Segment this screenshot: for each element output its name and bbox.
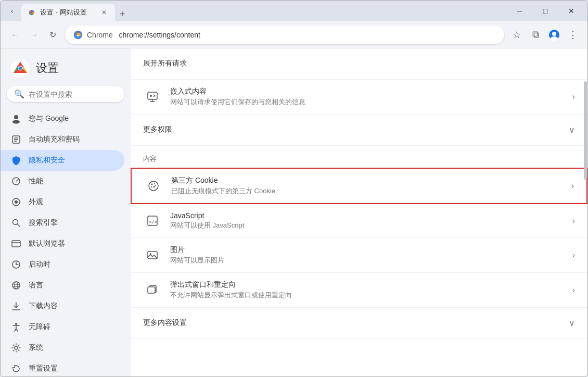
titlebar: ‹ 设置 - 网站设置 ✕ + ─ <box>1 1 587 21</box>
embedded-icon <box>143 87 162 106</box>
search-input[interactable] <box>29 90 117 98</box>
sidebar-item-appearance-label: 外观 <box>29 197 43 207</box>
performance-icon <box>11 176 21 186</box>
menu-button[interactable]: ⋮ <box>565 27 581 43</box>
bookmark-button[interactable]: ☆ <box>508 27 525 43</box>
cookie-item[interactable]: 第三方 Cookie 已阻止无痕模式下的第三方 Cookie › <box>131 168 587 204</box>
svg-point-32 <box>15 346 18 349</box>
sidebar: 设置 🔍 您与 Google <box>1 48 131 376</box>
sidebar-item-startup-label: 启动时 <box>29 260 50 269</box>
browser-icon <box>11 238 21 249</box>
sidebar-item-system[interactable]: 系统 <box>1 337 124 358</box>
scrollbar-track[interactable] <box>583 48 587 376</box>
scrollbar-thumb[interactable] <box>584 81 587 180</box>
sidebar-item-accessibility[interactable]: 无障碍 <box>1 317 124 337</box>
sidebar-nav: 您与 Google 自动填充和密码 隐私和安全 <box>1 108 131 376</box>
address-url: chrome://settings/content <box>119 31 200 39</box>
more-permissions-expand-icon: ∨ <box>569 125 575 135</box>
more-permissions-text: 更多权限 <box>143 125 565 135</box>
site-favicon <box>73 30 83 40</box>
address-bar[interactable]: Chrome chrome://settings/content <box>65 26 504 44</box>
settings-header: 设置 <box>1 53 131 86</box>
sidebar-item-downloads-label: 下载内容 <box>29 301 58 311</box>
cookie-arrow-icon: › <box>571 181 574 191</box>
sidebar-item-google-label: 您与 Google <box>29 114 69 123</box>
search-input-wrapper[interactable]: 🔍 <box>7 86 124 102</box>
embedded-content-item[interactable]: 嵌入式内容 网站可以请求使用它们保存的与您相关的信息 › <box>131 80 587 115</box>
sidebar-item-performance[interactable]: 性能 <box>1 171 124 192</box>
tab-favicon <box>28 8 36 17</box>
sidebar-item-language-label: 语言 <box>29 281 43 290</box>
active-tab[interactable]: 设置 - 网站设置 ✕ <box>21 4 115 21</box>
address-right: ☆ ⧉ ⋮ <box>508 27 581 43</box>
embedded-desc: 网站可以请求使用它们保存的与您相关的信息 <box>170 97 568 107</box>
sidebar-item-browser[interactable]: 默认浏览器 <box>1 233 124 254</box>
embedded-title: 嵌入式内容 <box>170 87 568 96</box>
back-button[interactable]: ← <box>7 27 23 43</box>
tab-close-button[interactable]: ✕ <box>99 8 109 17</box>
addressbar: ← → ↻ Chrome chrome://settings/content <box>1 21 587 48</box>
autofill-icon <box>11 134 21 145</box>
tabs-area: 设置 - 网站设置 ✕ + <box>21 1 505 21</box>
svg-line-20 <box>18 224 20 227</box>
javascript-item[interactable]: </> JavaScript 网站可以使用 JavaScript › <box>131 204 587 238</box>
sidebar-item-browser-label: 默认浏览器 <box>29 239 65 248</box>
address-nav: ← → ↻ <box>7 27 61 43</box>
address-separator <box>115 31 117 39</box>
javascript-icon: </> <box>143 211 162 230</box>
expand-all-item[interactable]: 展开所有请求 <box>131 48 587 80</box>
images-text: 图片 网站可以显示图片 <box>170 245 568 265</box>
images-title: 图片 <box>170 245 568 255</box>
tab-back-button[interactable]: ‹ <box>5 4 19 18</box>
extensions-button[interactable]: ⧉ <box>527 27 544 43</box>
images-item[interactable]: 图片 网站可以显示图片 › <box>131 238 587 273</box>
sidebar-item-privacy[interactable]: 隐私和安全 <box>1 150 124 171</box>
sidebar-item-autofill[interactable]: 自动填充和密码 <box>1 129 124 150</box>
sidebar-item-system-label: 系统 <box>29 343 43 353</box>
close-button[interactable]: ✕ <box>559 3 583 19</box>
cookie-title: 第三方 Cookie <box>171 176 567 185</box>
svg-point-26 <box>12 282 20 289</box>
restore-button[interactable]: □ <box>533 3 557 19</box>
popups-title: 弹出式窗口和重定向 <box>170 280 568 290</box>
address-brand: Chrome <box>87 31 113 39</box>
javascript-desc: 网站可以使用 JavaScript <box>170 221 568 230</box>
svg-point-18 <box>15 200 18 204</box>
svg-point-34 <box>150 95 152 97</box>
svg-point-38 <box>151 186 152 187</box>
images-arrow-icon: › <box>572 250 575 260</box>
address-text: Chrome chrome://settings/content <box>87 31 496 39</box>
images-icon <box>143 246 162 265</box>
search-icon: 🔍 <box>14 89 24 99</box>
javascript-text: JavaScript 网站可以使用 JavaScript <box>170 211 568 230</box>
refresh-button[interactable]: ↻ <box>44 27 61 43</box>
popups-item[interactable]: 弹出式窗口和重定向 不允许网站显示弹出式窗口或使用重定向 › <box>131 273 587 308</box>
popups-arrow-icon: › <box>572 285 575 295</box>
embedded-text: 嵌入式内容 网站可以请求使用它们保存的与您相关的信息 <box>170 87 568 107</box>
sidebar-item-startup[interactable]: 启动时 <box>1 254 124 275</box>
forward-button[interactable]: → <box>25 27 42 43</box>
sidebar-item-appearance[interactable]: 外观 <box>1 192 124 212</box>
more-content-text: 更多内容设置 <box>143 318 565 329</box>
more-content-title: 更多内容设置 <box>143 318 565 328</box>
sidebar-item-google[interactable]: 您与 Google <box>1 108 124 129</box>
svg-rect-45 <box>148 287 155 293</box>
more-content-item[interactable]: 更多内容设置 ∨ <box>131 308 587 339</box>
sidebar-item-downloads[interactable]: 下载内容 <box>1 296 124 317</box>
download-icon <box>11 301 21 311</box>
more-permissions-item[interactable]: 更多权限 ∨ <box>131 115 587 146</box>
sidebar-item-language[interactable]: 语言 <box>1 275 124 296</box>
new-tab-button[interactable]: + <box>115 7 130 21</box>
search-nav-icon <box>11 218 21 228</box>
cookie-text: 第三方 Cookie 已阻止无痕模式下的第三方 Cookie <box>171 176 567 196</box>
popups-desc: 不允许网站显示弹出式窗口或使用重定向 <box>170 291 568 300</box>
language-icon <box>11 280 21 291</box>
minimize-button[interactable]: ─ <box>507 3 531 19</box>
sidebar-item-reset[interactable]: 重置设置 <box>1 358 124 376</box>
profile-button[interactable] <box>546 27 563 43</box>
svg-point-9 <box>18 66 22 70</box>
sidebar-item-search[interactable]: 搜索引擎 <box>1 212 124 233</box>
images-desc: 网站可以显示图片 <box>170 256 568 265</box>
sidebar-item-performance-label: 性能 <box>29 177 43 186</box>
content-inner: 展开所有请求 嵌入式内容 网站可以请求使用它们保存的与您相关的信息 › <box>131 48 587 339</box>
